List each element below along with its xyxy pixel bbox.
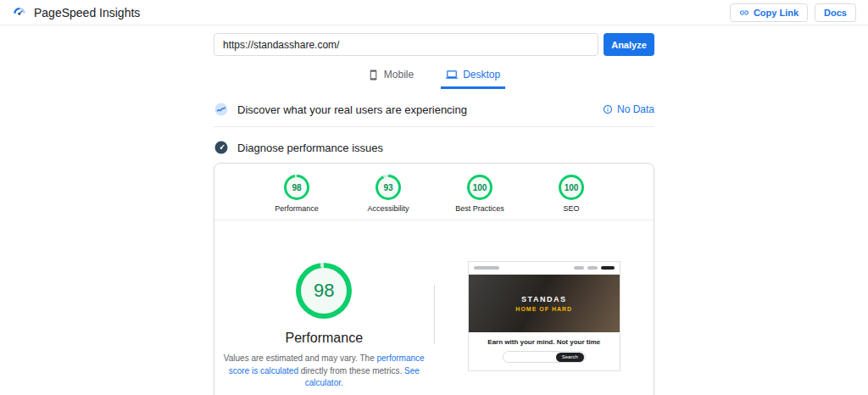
docs-button[interactable]: Docs [815,3,856,22]
performance-note: Values are estimated and may vary. The p… [217,353,431,390]
diagnose-icon [214,140,229,155]
thumbnail-navbar [469,262,620,275]
report-card: 98 Performance 93 Accessibility 100 Best… [214,163,654,395]
info-icon [603,104,613,114]
tab-mobile[interactable]: Mobile [363,66,419,89]
performance-panel: 98 Performance Values are estimated and … [214,220,654,395]
thumbnail-hero-image: STANDAS HOME OF HARD [469,275,620,332]
app-logo[interactable]: PageSpeed Insights [12,5,140,20]
score-gauge-accessibility[interactable]: 93 Accessibility [358,175,419,213]
gauge-ring: 100 [559,175,584,200]
mobile-icon [368,70,379,81]
top-bar: PageSpeed Insights Copy Link Docs [0,0,868,25]
link-icon [739,8,749,18]
page-screenshot-thumbnail[interactable]: STANDAS HOME OF HARD Earn with your mind… [468,261,620,371]
performance-score: 98 [301,268,347,314]
top-actions: Copy Link Docs [730,3,856,22]
gauge-ring: 98 [284,175,309,200]
performance-summary: 98 Performance Values are estimated and … [214,220,434,395]
field-data-icon [214,102,229,117]
thumbnail-nav-button [601,266,615,270]
thumbnail-search-field: Search [503,351,586,363]
screenshot-panel: STANDAS HOME OF HARD Earn with your mind… [435,220,654,395]
app-title: PageSpeed Insights [34,6,140,19]
field-data-header: Discover what your real users are experi… [214,102,654,117]
thumbnail-logo-bar [474,266,499,270]
device-tabs: Mobile Desktop [214,66,654,89]
score-gauge-seo[interactable]: 100 SEO [541,175,602,213]
gauge-ring: 93 [376,175,401,200]
lab-data-title: Diagnose performance issues [237,142,654,154]
performance-gauge-ring: 98 [296,263,352,319]
category-scores: 98 Performance 93 Accessibility 100 Best… [214,164,654,220]
tab-desktop[interactable]: Desktop [441,66,505,89]
score-gauge-best-practices[interactable]: 100 Best Practices [449,175,510,213]
gauge-ring: 100 [467,175,492,200]
desktop-icon [446,69,458,81]
thumbnail-nav-bar [587,266,598,270]
copy-link-button[interactable]: Copy Link [730,3,808,22]
section-divider [214,126,654,127]
lab-data-header: Diagnose performance issues [214,140,654,155]
analyze-button[interactable]: Analyze [604,33,654,56]
performance-title: Performance [285,331,363,346]
thumbnail-nav-bar [574,266,584,270]
no-data-status[interactable]: No Data [603,103,654,115]
url-input[interactable] [214,33,598,56]
pagespeed-logo-icon [12,5,27,20]
analyze-form: Analyze [214,33,654,56]
score-gauge-performance[interactable]: 98 Performance [266,175,327,213]
field-data-title: Discover what your real users are experi… [237,103,594,116]
thumbnail-content: Earn with your mind. Not your time Searc… [469,332,620,370]
